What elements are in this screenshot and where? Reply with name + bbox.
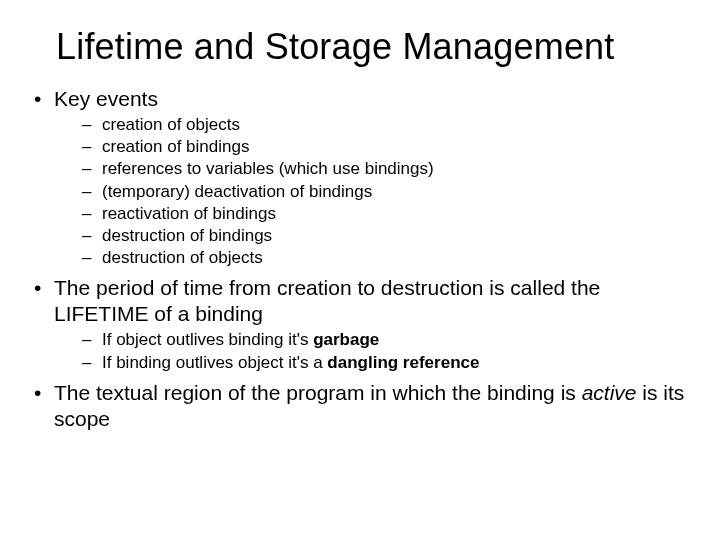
sub-text: destruction of objects bbox=[102, 248, 263, 267]
sub-text: (temporary) deactivation of bindings bbox=[102, 182, 372, 201]
sub-text: creation of objects bbox=[102, 115, 240, 134]
sub-text-pre: If binding outlives object it's a bbox=[102, 353, 327, 372]
sub-text: creation of bindings bbox=[102, 137, 249, 156]
bullet-key-events: Key events creation of objects creation … bbox=[30, 86, 690, 269]
sub-item: If object outlives binding it's garbage bbox=[54, 329, 690, 351]
bullet-scope: The textual region of the program in whi… bbox=[30, 380, 690, 433]
bullet-text-italic: active bbox=[582, 381, 637, 404]
bullet-text-pre: The textual region of the program in whi… bbox=[54, 381, 582, 404]
sub-item: (temporary) deactivation of bindings bbox=[54, 181, 690, 203]
bullet-lifetime: The period of time from creation to dest… bbox=[30, 275, 690, 374]
sub-item: references to variables (which use bindi… bbox=[54, 158, 690, 180]
sub-item: destruction of objects bbox=[54, 247, 690, 269]
bullet-list: Key events creation of objects creation … bbox=[30, 86, 690, 432]
sub-text-bold: dangling reference bbox=[327, 353, 479, 372]
sub-text: reactivation of bindings bbox=[102, 204, 276, 223]
sub-item: If binding outlives object it's a dangli… bbox=[54, 352, 690, 374]
slide-title: Lifetime and Storage Management bbox=[56, 26, 690, 68]
sub-item: creation of objects bbox=[54, 114, 690, 136]
sub-text-pre: If object outlives binding it's bbox=[102, 330, 313, 349]
sub-text: destruction of bindings bbox=[102, 226, 272, 245]
sub-text: references to variables (which use bindi… bbox=[102, 159, 434, 178]
bullet-text: Key events bbox=[54, 87, 158, 110]
sub-list-key-events: creation of objects creation of bindings… bbox=[54, 114, 690, 269]
sub-item: reactivation of bindings bbox=[54, 203, 690, 225]
sub-item: destruction of bindings bbox=[54, 225, 690, 247]
sub-list-lifetime: If object outlives binding it's garbage … bbox=[54, 329, 690, 373]
sub-item: creation of bindings bbox=[54, 136, 690, 158]
slide: Lifetime and Storage Management Key even… bbox=[0, 0, 720, 540]
sub-text-bold: garbage bbox=[313, 330, 379, 349]
bullet-text: The period of time from creation to dest… bbox=[54, 276, 600, 325]
